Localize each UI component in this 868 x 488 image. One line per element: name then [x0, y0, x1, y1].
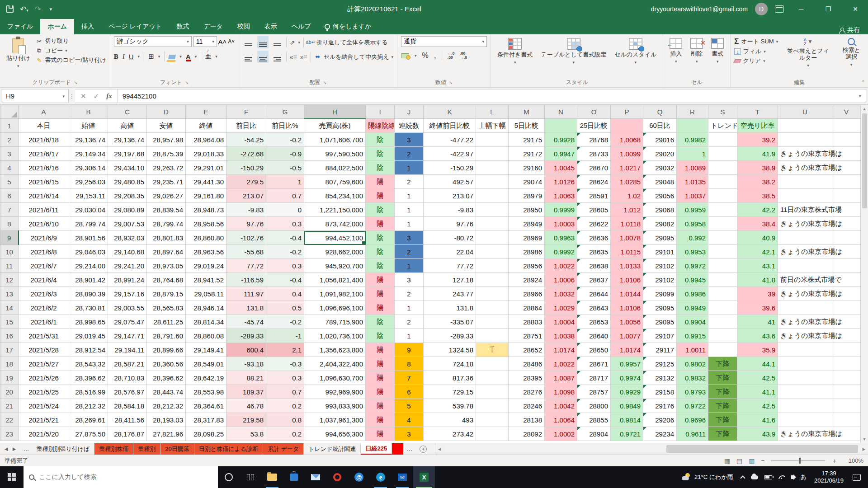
cell-B13[interactable]: 28,890.39 [69, 287, 108, 301]
decrease-indent-icon[interactable]: «≡ [290, 53, 297, 61]
collapse-ribbon-icon[interactable]: ⌃ [861, 80, 865, 85]
cell-L14[interactable] [476, 301, 509, 315]
cell-F17[interactable]: 600.4 [226, 343, 266, 357]
cell-O13[interactable]: 28644 [577, 287, 611, 301]
alignment-dialog-launcher-icon[interactable]: ↘ [323, 80, 326, 85]
cell-E11[interactable]: 29,019.24 [186, 259, 226, 273]
cell-N22[interactable]: 1.0064 [545, 413, 577, 427]
orientation-icon[interactable]: ⇗ [290, 39, 295, 46]
cell-T9[interactable]: 40.9 [737, 231, 778, 245]
volume-tray-button[interactable] [788, 475, 797, 479]
cell-F18[interactable]: -93.18 [226, 357, 266, 371]
cell-I15[interactable]: 陰 [366, 315, 395, 329]
cell-F9[interactable]: -102.76 [226, 231, 266, 245]
cell-A9[interactable]: 2021/6/9 [19, 231, 69, 245]
cell-O22[interactable]: 28855 [577, 413, 611, 427]
tray-expand-button[interactable] [738, 475, 748, 480]
cell-E7[interactable]: 28,948.73 [186, 203, 226, 217]
cell-M10[interactable]: 28986 [509, 245, 545, 259]
sheet-tab-トレンド統計関連[interactable]: トレンド統計関連 [304, 443, 361, 455]
column-header-O[interactable]: O [577, 105, 611, 119]
cell-Q6[interactable]: 29056 [643, 189, 677, 203]
cell-H2[interactable]: 1,071,606,700 [304, 133, 366, 147]
cell-J4[interactable]: 1 [395, 161, 424, 175]
cell-C15[interactable]: 29,075.47 [108, 315, 147, 329]
cell-P17[interactable]: 1.0174 [611, 343, 643, 357]
cell-S22[interactable]: 下降 [708, 413, 737, 427]
cell-J7[interactable]: 1 [395, 203, 424, 217]
cell-P11[interactable]: 1.0133 [611, 259, 643, 273]
cell-T15[interactable]: 41 [737, 315, 778, 329]
cell-T16[interactable]: 43.6 [737, 329, 778, 343]
copy-button[interactable]: ⧉コピー▾ [36, 47, 106, 55]
cell-J2[interactable]: 3 [395, 133, 424, 147]
taskbar-search-input[interactable]: ここに入力して検索 [24, 466, 218, 488]
row-header-7[interactable]: 7 [0, 203, 19, 217]
conditional-formatting-button[interactable]: 条件付き書式▾ [495, 36, 535, 66]
cell-D14[interactable]: 28,565.83 [147, 301, 186, 315]
store-button[interactable] [283, 466, 305, 488]
cell-F22[interactable]: 219.58 [226, 413, 266, 427]
cell-K3[interactable]: -422.97 [424, 147, 476, 161]
cell-H11[interactable]: 945,920,700 [304, 259, 366, 273]
cell-U7[interactable]: 11日の東京株式市場 [778, 203, 832, 217]
cell-T20[interactable]: 41.1 [737, 385, 778, 399]
cell-O16[interactable]: 28640 [577, 329, 611, 343]
cell-C16[interactable]: 29,147.71 [108, 329, 147, 343]
cell-J3[interactable]: 2 [395, 147, 424, 161]
cell-I19[interactable]: 陽 [366, 371, 395, 385]
cell-A2[interactable]: 2021/6/18 [19, 133, 69, 147]
ribbon-tab-ヘルプ[interactable]: ヘルプ [284, 19, 318, 34]
underline-dropdown-icon[interactable]: ▾ [138, 54, 140, 59]
fill-button[interactable]: ↓フィル▾ [734, 47, 778, 56]
zoom-percent[interactable]: 100% [844, 457, 863, 464]
ribbon-display-options-icon[interactable] [775, 5, 784, 13]
cell-U15[interactable]: きょうの東京市場は [778, 315, 832, 329]
cell-U3[interactable]: きょうの東京市場は [778, 147, 832, 161]
cell-P22[interactable]: 0.9814 [611, 413, 643, 427]
cell-L19[interactable] [476, 371, 509, 385]
select-all-corner[interactable] [0, 105, 19, 119]
cell-V5[interactable] [832, 175, 861, 189]
cell-A11[interactable]: 2021/6/7 [19, 259, 69, 273]
cell-V18[interactable] [832, 357, 861, 371]
cell-Q20[interactable]: 29158 [643, 385, 677, 399]
cell-G2[interactable]: -0.2 [266, 133, 304, 147]
top-align-icon[interactable] [243, 37, 254, 47]
cell-F19[interactable]: 88.21 [226, 371, 266, 385]
zoom-slider[interactable] [771, 460, 825, 461]
cell-N17[interactable]: 1.0174 [545, 343, 577, 357]
hscroll-left-icon[interactable]: ◀ [435, 447, 443, 451]
phonetic-guide-icon[interactable]: 亜 [205, 52, 211, 61]
cell-O7[interactable]: 28605 [577, 203, 611, 217]
restore-button[interactable]: ❐ [818, 0, 838, 18]
cell-U1[interactable] [778, 119, 832, 133]
cell-E12[interactable]: 28,941.52 [186, 273, 226, 287]
cell-S2[interactable] [708, 133, 737, 147]
cell-U17[interactable] [778, 343, 832, 357]
cell-N12[interactable]: 1.0006 [545, 273, 577, 287]
cell-O4[interactable]: 28670 [577, 161, 611, 175]
cell-C5[interactable]: 29,480.85 [108, 175, 147, 189]
scroll-down-icon[interactable]: ▼ [861, 435, 868, 443]
cell-H14[interactable]: 1,096,696,100 [304, 301, 366, 315]
cell-J9[interactable]: 3 [395, 231, 424, 245]
cell-Q8[interactable]: 29082 [643, 217, 677, 231]
cell-K16[interactable]: -289.33 [424, 329, 476, 343]
cell-P13[interactable]: 1.0144 [611, 287, 643, 301]
cell-D4[interactable]: 29,263.72 [147, 161, 186, 175]
enter-icon[interactable]: ✓ [94, 92, 99, 100]
row-header-16[interactable]: 16 [0, 329, 19, 343]
tell-me-box[interactable]: 何をしますか [318, 19, 378, 34]
file-explorer-button[interactable] [261, 466, 283, 488]
cell-J17[interactable]: 9 [395, 343, 424, 357]
cell-F23[interactable]: 53.8 [226, 427, 266, 441]
cell-F12[interactable]: -116.59 [226, 273, 266, 287]
cell-G17[interactable]: 2.1 [266, 343, 304, 357]
cell-L20[interactable] [476, 385, 509, 399]
cut-button[interactable]: ✂切り取り [36, 37, 106, 45]
cell-B10[interactable]: 29,046.03 [69, 245, 108, 259]
cell-L1[interactable]: 上幅下幅 [476, 119, 509, 133]
cell-V21[interactable] [832, 399, 861, 413]
row-header-15[interactable]: 15 [0, 315, 19, 329]
